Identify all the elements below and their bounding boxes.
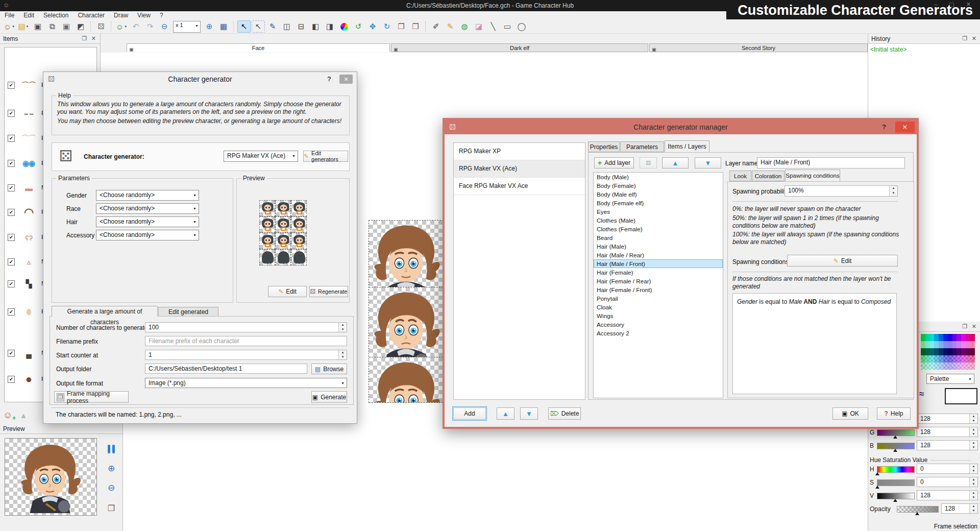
count-input[interactable]: 100 ▲▼ [145, 322, 347, 332]
slider-marker[interactable] [893, 449, 897, 452]
line-tool-button[interactable]: ╲ [486, 20, 500, 33]
tab-edit-generated-character[interactable]: Edit generated character [158, 307, 218, 317]
layer-list-item[interactable]: Clothes (Female) [594, 225, 723, 233]
ellipse-tool-button[interactable]: ◯ [515, 20, 528, 33]
rect-select-tool-button[interactable]: ↖ [252, 20, 265, 33]
frame-remove-tool-button[interactable]: ⊟ [295, 20, 308, 33]
slider-marker[interactable] [875, 472, 879, 475]
color-swatch[interactable] [925, 348, 930, 355]
slider-track[interactable] [877, 479, 915, 486]
layer-list-item[interactable]: Ponytail [594, 294, 723, 303]
layer-list-item[interactable]: Hair (Female / Rear) [594, 277, 723, 285]
layer-list-item[interactable]: Beard [594, 233, 723, 242]
color-swatch[interactable] [921, 334, 925, 341]
color-swatch[interactable] [943, 355, 948, 363]
color-swatch[interactable] [943, 363, 948, 370]
delete-generator-button[interactable]: ⌦ Delete [548, 407, 581, 420]
slider-marker[interactable] [893, 436, 897, 439]
spinner-arrows[interactable]: ▲▼ [969, 427, 977, 437]
color-swatch[interactable] [966, 341, 970, 348]
save-button[interactable]: ▣ [31, 20, 44, 33]
rotate-tool-button[interactable]: ↺ [352, 20, 365, 33]
color-swatch[interactable] [952, 348, 957, 355]
color-swatch[interactable] [925, 363, 930, 370]
color-swatch[interactable] [952, 355, 957, 363]
layer-list-item[interactable]: Clothes (Male) [594, 216, 723, 225]
subtab-spawning-conditions[interactable]: Spawning conditions [785, 170, 840, 181]
spinner-arrows[interactable]: ▲▼ [889, 186, 897, 196]
add-item-icon[interactable]: ☺+ [3, 410, 12, 421]
color-swatch[interactable] [970, 348, 975, 355]
palette-select[interactable]: Palette ▼ [926, 374, 974, 384]
color-swatch[interactable] [957, 363, 961, 370]
color-swatch[interactable] [934, 348, 939, 355]
layer-list-item[interactable]: Accessory [594, 320, 723, 329]
slider-value[interactable]: 0▲▼ [917, 464, 978, 474]
slider-value[interactable]: 128▲▼ [917, 414, 978, 424]
color-swatch[interactable] [948, 334, 952, 341]
duplicate-layer-button[interactable]: ⚄ [640, 157, 657, 168]
spinner-arrows[interactable]: ▲▼ [338, 323, 347, 332]
color-swatch[interactable] [970, 341, 975, 348]
document-tab-dark-elf[interactable]: ▣Dark elf [391, 43, 648, 52]
zoom-in-button[interactable]: ⊕ [203, 20, 216, 33]
edit-character-button[interactable]: ✎ Edit [268, 286, 307, 297]
move-generator-up-button[interactable]: ▲ [497, 407, 514, 420]
help-button[interactable]: ? Help [877, 407, 911, 420]
tab-generate-large-amount[interactable]: Generate a large amount of characters [52, 306, 158, 317]
help-icon[interactable]: ? [327, 75, 331, 83]
frame-mapping-button[interactable]: ❐ Frame mapping process [54, 391, 129, 403]
checkbox-checked-icon[interactable]: ✓ [8, 160, 15, 167]
menu-item-q[interactable]: ? [155, 11, 168, 20]
pen-tool-button[interactable]: ✎ [266, 20, 279, 33]
zoom-in-icon[interactable]: ⊕ [104, 462, 119, 475]
undo-button[interactable]: ↶ [129, 20, 142, 33]
color-swatch[interactable] [939, 334, 943, 341]
ok-button[interactable]: ▣ OK [832, 407, 868, 420]
add-generator-button[interactable]: Add [453, 407, 486, 420]
param-select-gender[interactable]: <Choose randomly>▼ [96, 190, 199, 201]
frame-duplicate-tool-button[interactable]: ◨ [323, 20, 336, 33]
pencil-tool-button[interactable]: ✎ [444, 20, 457, 33]
checkbox-checked-icon[interactable]: ✓ [8, 110, 15, 117]
spawning-probability-input[interactable]: 100% ▲▼ [785, 185, 898, 197]
color-swatch[interactable] [957, 355, 961, 363]
color-swatch[interactable] [957, 341, 961, 348]
menu-item-view[interactable]: View [133, 11, 155, 20]
checkbox-checked-icon[interactable]: ✓ [8, 135, 15, 142]
add-layer-button[interactable]: + Add layer [594, 157, 634, 168]
generate-button[interactable]: ▣ Generate [311, 391, 347, 403]
color-swatch[interactable] [930, 363, 935, 370]
menu-item-draw[interactable]: Draw [109, 11, 133, 20]
checkbox-checked-icon[interactable]: ✓ [8, 82, 15, 89]
color-swatch-grid[interactable] [921, 334, 975, 370]
float-panel-icon[interactable]: ❐ [82, 35, 87, 42]
slider-track[interactable] [877, 466, 915, 473]
color-swatch[interactable] [966, 363, 970, 370]
color-swatch[interactable] [939, 355, 943, 363]
save-as-button[interactable]: ▣ [60, 20, 73, 33]
color-swatch[interactable] [939, 348, 943, 355]
slider-value[interactable]: 128▲▼ [917, 490, 978, 500]
conditions-expression[interactable]: Gender is equal to Male AND Hair is equa… [732, 293, 897, 394]
color-swatch[interactable] [970, 363, 975, 370]
slider-value[interactable]: 128▲▼ [917, 427, 978, 437]
slider-marker[interactable] [875, 486, 879, 489]
slider-value[interactable]: 128▲▼ [917, 440, 978, 450]
layer-list-item[interactable]: Eyes [594, 207, 723, 216]
layer-list-item[interactable]: Cloak [594, 303, 723, 311]
add-character-button[interactable]: ☺▼ [115, 20, 128, 33]
layer-list-item[interactable]: Accessory 2 [594, 329, 723, 337]
color-swatch[interactable] [952, 334, 957, 341]
generator-list-item[interactable]: RPG Maker XP [454, 143, 585, 160]
color-swatch[interactable] [948, 363, 952, 370]
layer-name-input[interactable]: Hair (Male / Front) [757, 157, 905, 168]
move-item-up-icon[interactable]: ▲ [19, 411, 27, 420]
color-swatch[interactable] [934, 341, 939, 348]
float-panel-icon[interactable]: ❐ [962, 323, 967, 330]
param-select-accessory[interactable]: <Choose randomly>▼ [96, 230, 199, 240]
color-swatch[interactable] [943, 348, 948, 355]
slider-marker[interactable] [915, 512, 919, 515]
param-select-race[interactable]: <Choose randomly>▼ [96, 203, 199, 214]
color-swatch[interactable] [921, 348, 925, 355]
